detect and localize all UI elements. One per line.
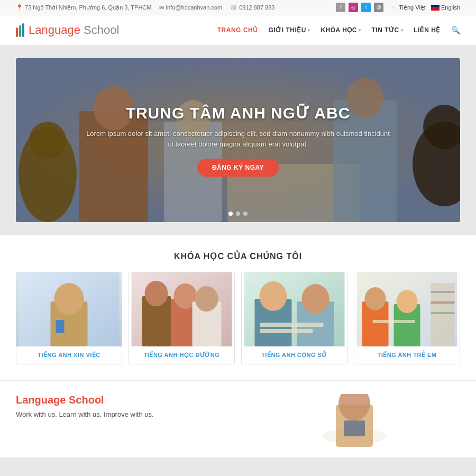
svg-point-23 bbox=[195, 286, 218, 312]
course-label-3: TIẾNG ANH CÔNG SỞ bbox=[242, 346, 347, 364]
nav-item-about[interactable]: GIỚI THIỆU ▾ bbox=[269, 26, 310, 34]
svg-rect-35 bbox=[431, 312, 455, 314]
phone-text: ☏ 0912 887 883 bbox=[230, 4, 274, 11]
dot-2[interactable] bbox=[236, 212, 240, 216]
hero-cta-button[interactable]: ĐĂNG KÝ NGAY bbox=[197, 159, 279, 177]
course-image-3 bbox=[242, 272, 347, 346]
lang-vn-btn[interactable]: Tiếng Việt bbox=[389, 4, 426, 11]
svg-rect-33 bbox=[431, 291, 455, 293]
email-social-icon[interactable]: @ bbox=[374, 3, 383, 12]
course-card-4[interactable]: TIẾNG ANH TRẺ EM bbox=[354, 272, 460, 364]
main-nav: TRANG CHỦ GIỚI THIỆU ▾ KHÓA HỌC ▾ TIN TỨ… bbox=[217, 26, 460, 34]
nav-item-home[interactable]: TRANG CHỦ bbox=[217, 26, 258, 34]
svg-point-28 bbox=[302, 284, 329, 314]
course-label-4: TIẾNG ANH TRẺ EM bbox=[354, 346, 460, 364]
phone-icon: ☏ bbox=[230, 4, 237, 11]
svg-point-19 bbox=[145, 281, 168, 306]
lang-en-btn[interactable]: English bbox=[431, 4, 460, 11]
hero-banner: TRUNG TÂM ANH NGỮ ABC Lorem ipsum dolor … bbox=[16, 58, 460, 222]
course-label-2: TIẾNG ANH HỌC ĐƯỜNG bbox=[129, 346, 234, 364]
email-icon: ✉ bbox=[159, 4, 164, 11]
top-bar-left: 📍 73 Ngô Thời Nhiệm, Phường 6, Quận 3, T… bbox=[16, 4, 274, 11]
svg-point-39 bbox=[397, 290, 418, 313]
instagram-icon[interactable]: ◎ bbox=[349, 3, 358, 12]
hero-content: TRUNG TÂM ANH NGỮ ABC Lorem ipsum dolor … bbox=[83, 104, 393, 177]
chevron-down-icon: ▾ bbox=[308, 28, 310, 33]
flag-vn bbox=[389, 5, 397, 11]
top-bar-right: f ◎ t @ Tiếng Việt English bbox=[336, 3, 460, 12]
chevron-down-icon-3: ▾ bbox=[401, 28, 404, 33]
bottom-text-area: Language School Work with us. Learn with… bbox=[16, 394, 227, 418]
email-text: ✉ info@hocanhvan.com bbox=[159, 4, 222, 11]
dot-1[interactable] bbox=[228, 212, 233, 216]
address-text: 📍 73 Ngô Thời Nhiệm, Phường 6, Quận 3, T… bbox=[16, 4, 151, 11]
course-label-1: TIẾNG ANH XIN VIỆC bbox=[16, 346, 122, 364]
bottom-subtitle: Work with us. Learn with us. Improve wit… bbox=[16, 410, 227, 418]
courses-section-title: KHÓA HỌC CỦA CHÚNG TÔI bbox=[16, 251, 460, 261]
svg-rect-30 bbox=[260, 329, 313, 333]
course-image-4 bbox=[354, 272, 460, 346]
course-card-1[interactable]: TIẾNG ANH XIN VIỆC bbox=[16, 272, 122, 364]
hero-dots bbox=[228, 212, 248, 216]
course-image-1 bbox=[16, 272, 122, 346]
nav-item-news[interactable]: TIN TỨC ▾ bbox=[371, 26, 403, 34]
svg-point-26 bbox=[260, 281, 287, 311]
logo[interactable]: Language School bbox=[16, 23, 119, 37]
social-icons: f ◎ t @ bbox=[336, 3, 383, 12]
header: Language School TRANG CHỦ GIỚI THIỆU ▾ K… bbox=[0, 15, 476, 45]
nav-item-contact[interactable]: LIÊN HỆ bbox=[414, 26, 441, 34]
facebook-icon[interactable]: f bbox=[336, 3, 345, 12]
bottom-image-area bbox=[249, 394, 460, 447]
course-card-3[interactable]: TIẾNG ANH CÔNG SỞ bbox=[241, 272, 347, 364]
location-icon: 📍 bbox=[16, 4, 23, 11]
bottom-section: Language School Work with us. Learn with… bbox=[0, 380, 476, 457]
svg-rect-29 bbox=[260, 323, 324, 327]
bottom-title: Language School bbox=[16, 394, 227, 406]
logo-bar-3 bbox=[22, 23, 24, 37]
courses-section: KHÓA HỌC CỦA CHÚNG TÔI bbox=[0, 235, 476, 380]
twitter-icon[interactable]: t bbox=[361, 3, 371, 12]
logo-text: Language School bbox=[29, 23, 119, 37]
nav-item-courses[interactable]: KHÓA HỌC ▾ bbox=[321, 26, 361, 34]
chevron-down-icon-2: ▾ bbox=[359, 28, 361, 33]
svg-rect-44 bbox=[344, 420, 365, 436]
logo-bar-2 bbox=[19, 25, 21, 37]
hero-title: TRUNG TÂM ANH NGỮ ABC bbox=[83, 104, 393, 122]
courses-grid: TIẾNG ANH XIN VIỆC bbox=[16, 272, 460, 364]
top-bar: 📍 73 Ngô Thời Nhiệm, Phường 6, Quận 3, T… bbox=[0, 0, 476, 15]
flag-en bbox=[431, 5, 440, 11]
search-button[interactable]: 🔍 bbox=[451, 26, 460, 34]
svg-point-15 bbox=[54, 283, 84, 315]
svg-rect-40 bbox=[373, 320, 415, 323]
svg-point-37 bbox=[365, 287, 386, 310]
bottom-illustration bbox=[301, 394, 407, 447]
course-card-2[interactable]: TIẾNG ANH HỌC ĐƯỜNG bbox=[129, 272, 235, 364]
page-wrapper: 📍 73 Ngô Thời Nhiệm, Phường 6, Quận 3, T… bbox=[0, 0, 476, 476]
logo-icon bbox=[16, 23, 24, 37]
svg-rect-16 bbox=[56, 320, 65, 333]
hero-description: Lorem ipsum dolor sit amet, consectetuer… bbox=[83, 129, 393, 149]
dot-3[interactable] bbox=[243, 212, 248, 216]
svg-rect-34 bbox=[431, 301, 455, 304]
course-image-2 bbox=[129, 272, 234, 346]
logo-bar-1 bbox=[16, 28, 18, 37]
